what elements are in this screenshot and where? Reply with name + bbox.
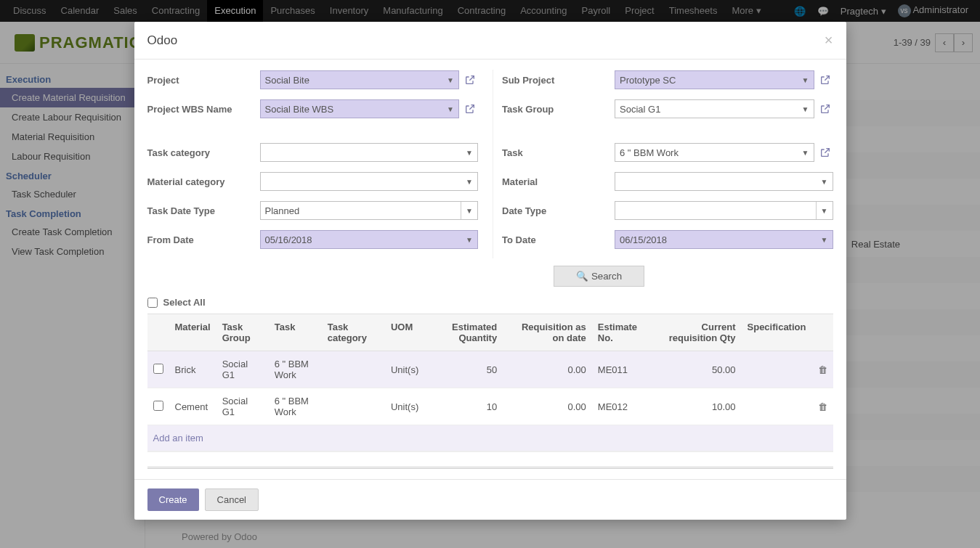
col-spec: Specification xyxy=(742,314,812,351)
col-est-qty: Estimated Quantity xyxy=(424,314,503,351)
taskgroup-select[interactable]: Social G1▼ xyxy=(615,99,814,118)
col-req-as-on: Requisition as on date xyxy=(503,314,592,351)
col-est-no: Estimate No. xyxy=(592,314,652,351)
col-material: Material xyxy=(169,314,216,351)
chevron-down-icon: ▼ xyxy=(821,178,828,186)
external-link-icon[interactable] xyxy=(817,144,833,160)
create-button[interactable]: Create xyxy=(147,488,199,511)
label-project: Project xyxy=(147,75,260,86)
label-datetype: Date Type xyxy=(502,205,615,216)
project-select[interactable]: Social Bite▼ xyxy=(260,70,460,89)
add-item-link[interactable]: Add an item xyxy=(147,425,833,451)
modal-overlay: Odoo × Project Social Bite▼ xyxy=(0,0,980,548)
select-all-checkbox[interactable] xyxy=(147,298,158,308)
modal-dialog: Odoo × Project Social Bite▼ xyxy=(134,22,846,520)
subproject-select[interactable]: Prototype SC▼ xyxy=(615,70,814,89)
chevron-down-icon: ▼ xyxy=(466,236,473,244)
col-task-category: Task category xyxy=(322,314,385,351)
label-taskgroup: Task Group xyxy=(502,104,615,115)
todate-input[interactable]: 06/15/2018▼ xyxy=(615,230,833,249)
chevron-down-icon: ▼ xyxy=(802,105,809,113)
label-wbs: Project WBS Name xyxy=(147,104,260,115)
search-button[interactable]: 🔍 Search xyxy=(554,266,644,287)
search-icon: 🔍 xyxy=(576,271,588,282)
external-link-icon[interactable] xyxy=(462,101,478,117)
delete-row-icon[interactable]: 🗑 xyxy=(812,351,833,388)
modal-title: Odoo xyxy=(147,33,178,48)
chevron-down-icon: ▼ xyxy=(447,76,454,84)
table-row[interactable]: Cement Social G1 6 " BBM Work Unit(s) 10… xyxy=(147,388,833,425)
requisition-table: Material Task Group Task Task category U… xyxy=(147,314,833,452)
datetype-select[interactable]: ▼ xyxy=(615,201,833,220)
chevron-down-icon: ▼ xyxy=(461,202,473,219)
label-materialcat: Material category xyxy=(147,176,260,187)
chevron-down-icon: ▼ xyxy=(816,202,828,219)
chevron-down-icon: ▼ xyxy=(821,236,828,244)
chevron-down-icon: ▼ xyxy=(447,105,454,113)
row-checkbox[interactable] xyxy=(153,364,163,374)
label-todate: To Date xyxy=(502,234,615,245)
label-material: Material xyxy=(502,176,615,187)
chevron-down-icon: ▼ xyxy=(466,178,473,186)
task-select[interactable]: 6 " BBM Work▼ xyxy=(615,143,814,162)
taskcategory-select[interactable]: ▼ xyxy=(260,143,479,162)
label-taskcategory: Task category xyxy=(147,147,260,158)
external-link-icon[interactable] xyxy=(817,72,833,88)
taskdatetype-select[interactable]: Planned▼ xyxy=(260,201,479,220)
row-checkbox[interactable] xyxy=(153,401,163,411)
col-task: Task xyxy=(269,314,322,351)
col-uom: UOM xyxy=(385,314,424,351)
label-taskdatetype: Task Date Type xyxy=(147,205,260,216)
external-link-icon[interactable] xyxy=(462,72,478,88)
fromdate-input[interactable]: 05/16/2018▼ xyxy=(260,230,479,249)
delete-row-icon[interactable]: 🗑 xyxy=(812,388,833,425)
label-subproject: Sub Project xyxy=(502,75,615,86)
material-select[interactable]: ▼ xyxy=(615,172,833,191)
label-fromdate: From Date xyxy=(147,234,260,245)
chevron-down-icon: ▼ xyxy=(466,149,473,157)
col-curr-req-qty: Current requisition Qty xyxy=(652,314,742,351)
select-all-label: Select All xyxy=(163,297,206,308)
close-icon[interactable]: × xyxy=(825,32,833,49)
external-link-icon[interactable] xyxy=(817,101,833,117)
label-task: Task xyxy=(502,147,615,158)
col-task-group: Task Group xyxy=(216,314,269,351)
materialcat-select[interactable]: ▼ xyxy=(260,172,479,191)
chevron-down-icon: ▼ xyxy=(802,149,809,157)
cancel-button[interactable]: Cancel xyxy=(205,488,259,511)
chevron-down-icon: ▼ xyxy=(802,76,809,84)
wbs-select[interactable]: Social Bite WBS▼ xyxy=(260,99,460,118)
table-row[interactable]: Brick Social G1 6 " BBM Work Unit(s) 50 … xyxy=(147,351,833,388)
